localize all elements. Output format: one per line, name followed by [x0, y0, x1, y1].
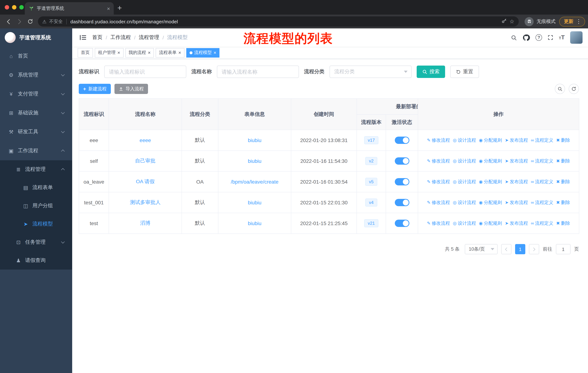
sidebar-item-system[interactable]: ⚙系统管理 — [0, 66, 72, 84]
op-definition-link[interactable]: ∞流程定义 — [531, 200, 553, 206]
op-design-link[interactable]: ◎设计流程 — [453, 137, 476, 143]
tab-close-icon[interactable]: × — [107, 6, 110, 11]
active-toggle[interactable] — [395, 157, 409, 165]
font-size-icon[interactable]: TT — [559, 34, 565, 41]
op-modify-link[interactable]: ✎修改流程 — [427, 158, 450, 164]
op-delete-link[interactable]: ✖删除 — [556, 220, 570, 227]
sidebar-item-user-group[interactable]: ◫用户分组 — [0, 197, 72, 215]
form-info-link[interactable]: biubiu — [248, 220, 262, 226]
op-modify-link[interactable]: ✎修改流程 — [427, 137, 450, 143]
sidebar-item-devtools[interactable]: ⚒研发工具 — [0, 122, 72, 141]
prev-page-button[interactable] — [501, 244, 511, 254]
op-definition-link[interactable]: ∞流程定义 — [531, 158, 553, 164]
active-toggle[interactable] — [395, 220, 409, 227]
op-assign-link[interactable]: ◉分配规则 — [479, 179, 502, 185]
process-name-link[interactable]: eeee — [140, 137, 151, 143]
process-name-link[interactable]: 测试多审批人 — [130, 199, 161, 205]
op-design-link[interactable]: ◎设计流程 — [453, 200, 476, 206]
version-badge[interactable]: v4 — [365, 199, 377, 207]
create-process-button[interactable]: + 新建流程 — [79, 84, 111, 94]
active-toggle[interactable] — [395, 137, 409, 144]
process-name-input[interactable] — [217, 66, 299, 78]
app-logo[interactable]: 芋道管理系统 — [0, 28, 72, 47]
password-key-icon[interactable] — [501, 18, 507, 25]
user-avatar[interactable] — [570, 31, 583, 44]
op-design-link[interactable]: ◎设计流程 — [453, 158, 476, 164]
chrome-update-button[interactable]: 更新 ⋮ — [559, 17, 585, 26]
op-publish-link[interactable]: ➤发布流程 — [505, 200, 528, 206]
op-delete-link[interactable]: ✖删除 — [556, 179, 570, 185]
active-toggle[interactable] — [395, 178, 409, 185]
minimize-window-button[interactable] — [12, 5, 16, 10]
sidebar-item-task-mgmt[interactable]: ⊡任务管理 — [0, 233, 72, 251]
sidebar-item-home[interactable]: ⌂首页 — [0, 47, 72, 66]
menu-dots-icon[interactable]: ⋮ — [576, 18, 581, 25]
op-delete-link[interactable]: ✖删除 — [556, 200, 570, 206]
op-definition-link[interactable]: ∞流程定义 — [531, 137, 553, 143]
op-definition-link[interactable]: ∞流程定义 — [531, 179, 553, 185]
breadcrumb-item[interactable]: 流程管理 — [139, 34, 159, 41]
refresh-table-button[interactable] — [569, 84, 579, 94]
sidebar-item-process-form[interactable]: ▤流程表单 — [0, 179, 72, 197]
zoom-window-button[interactable] — [19, 5, 24, 10]
breadcrumb-item[interactable]: 工作流程 — [110, 34, 131, 41]
process-name-link[interactable]: 滔博 — [140, 220, 150, 226]
browser-tab[interactable]: 芋道管理系统 × — [25, 2, 114, 15]
search-icon[interactable] — [511, 34, 517, 40]
form-info-link[interactable]: biubiu — [248, 137, 262, 143]
category-select[interactable]: 流程分类 — [330, 66, 411, 78]
page-1-button[interactable]: 1 — [515, 244, 525, 254]
process-name-link[interactable]: OA 请假 — [136, 179, 155, 184]
form-info-link[interactable]: /bpm/oa/leave/create — [231, 179, 279, 185]
op-modify-link[interactable]: ✎修改流程 — [427, 220, 450, 227]
hamburger-icon[interactable] — [78, 32, 89, 43]
tag-tenant[interactable]: 租户管理× — [95, 48, 123, 57]
import-process-button[interactable]: 导入流程 — [115, 84, 148, 94]
new-tab-button[interactable]: + — [117, 4, 122, 12]
version-badge[interactable]: v2 — [365, 157, 377, 165]
op-delete-link[interactable]: ✖删除 — [556, 137, 570, 143]
warning-icon[interactable]: ⚠ — [42, 19, 46, 24]
op-publish-link[interactable]: ➤发布流程 — [505, 179, 528, 185]
url-text[interactable]: dashboard.yudao.iocoder.cn/bpm/manager/m… — [70, 19, 178, 24]
security-label[interactable]: 不安全 — [49, 18, 63, 25]
sidebar-item-leave-query[interactable]: ♟请假查询 — [0, 251, 72, 270]
close-window-button[interactable] — [5, 5, 9, 10]
search-button[interactable]: 搜索 — [417, 66, 445, 78]
sidebar-item-process-mgmt[interactable]: ≣流程管理 — [0, 160, 72, 179]
fullscreen-icon[interactable] — [547, 35, 553, 40]
process-key-input[interactable] — [104, 66, 186, 78]
op-modify-link[interactable]: ✎修改流程 — [427, 200, 450, 206]
version-badge[interactable]: v17 — [364, 136, 378, 144]
op-definition-link[interactable]: ∞流程定义 — [531, 220, 553, 227]
tag-process-form[interactable]: 流程表单× — [156, 48, 184, 57]
version-badge[interactable]: v21 — [364, 219, 378, 227]
op-assign-link[interactable]: ◉分配规则 — [479, 220, 502, 227]
reload-button[interactable] — [25, 16, 36, 27]
address-bar[interactable]: ⚠ 不安全 dashboard.yudao.iocoder.cn/bpm/man… — [38, 16, 519, 27]
sidebar-item-process-model[interactable]: ➤流程模型 — [0, 215, 72, 233]
tag-process-model[interactable]: 流程模型× — [186, 48, 220, 57]
bookmark-star-icon[interactable]: ☆ — [509, 18, 514, 25]
tag-close-icon[interactable]: × — [117, 50, 120, 55]
tag-my-process[interactable]: 我的流程× — [125, 48, 154, 57]
page-size-select[interactable]: 10条/页 — [465, 244, 498, 254]
next-page-button[interactable] — [529, 244, 539, 254]
github-icon[interactable] — [522, 34, 530, 41]
sidebar-item-workflow[interactable]: ▣工作流程 — [0, 141, 72, 160]
form-info-link[interactable]: biubiu — [248, 200, 262, 205]
op-modify-link[interactable]: ✎修改流程 — [427, 179, 450, 185]
breadcrumb-item[interactable]: 首页 — [92, 34, 102, 41]
reset-button[interactable]: 重置 — [450, 66, 479, 78]
op-delete-link[interactable]: ✖删除 — [556, 158, 570, 164]
forward-button[interactable] — [14, 16, 25, 27]
tag-close-icon[interactable]: × — [214, 50, 216, 55]
op-publish-link[interactable]: ➤发布流程 — [505, 137, 528, 143]
process-name-link[interactable]: 自己审批 — [135, 158, 156, 163]
op-assign-link[interactable]: ◉分配规则 — [479, 200, 502, 206]
form-info-link[interactable]: biubiu — [248, 158, 262, 164]
version-badge[interactable]: v5 — [365, 178, 377, 186]
toggle-search-button[interactable] — [555, 84, 565, 94]
tag-home[interactable]: 首页 — [78, 48, 93, 57]
op-design-link[interactable]: ◎设计流程 — [453, 179, 476, 185]
